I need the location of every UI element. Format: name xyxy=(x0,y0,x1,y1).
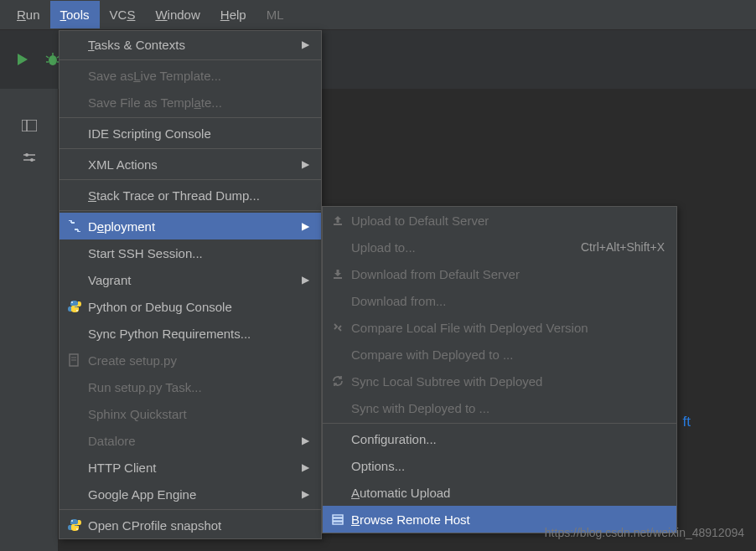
upload-to-item[interactable]: Upload to...Ctrl+Alt+Shift+X xyxy=(323,234,676,260)
run-icon[interactable] xyxy=(17,53,28,66)
save-live-template-item[interactable]: Save as Live Template... xyxy=(60,62,321,89)
sync-local-item[interactable]: Sync Local Subtree with Deployed xyxy=(323,368,676,394)
menu-vcs[interactable]: VCS xyxy=(100,1,146,28)
ssh-session-item[interactable]: Start SSH Session... xyxy=(60,239,321,266)
setup-py-icon xyxy=(66,353,83,367)
upload-icon xyxy=(329,214,346,226)
separator xyxy=(60,509,321,510)
python-icon xyxy=(66,518,83,532)
upload-default-item[interactable]: Upload to Default Server xyxy=(323,207,676,234)
svg-point-11 xyxy=(30,158,34,162)
configuration-item[interactable]: Configuration... xyxy=(323,425,676,452)
xml-actions-item[interactable]: XML Actions▶ xyxy=(60,151,321,178)
http-client-item[interactable]: HTTP Client▶ xyxy=(60,454,321,481)
sync-python-req-item[interactable]: Sync Python Requirements... xyxy=(60,320,321,347)
separator xyxy=(60,117,321,118)
svg-point-18 xyxy=(76,528,78,530)
datalore-item[interactable]: Datalore▶ xyxy=(60,427,321,454)
menu-tools[interactable]: Tools xyxy=(50,1,100,28)
options-item[interactable]: Options... xyxy=(323,452,676,479)
svg-point-10 xyxy=(25,153,28,157)
svg-line-2 xyxy=(46,56,49,58)
deployment-icon xyxy=(66,220,83,232)
google-app-engine-item[interactable]: Google App Engine▶ xyxy=(60,481,321,507)
sphinx-item[interactable]: Sphinx Quickstart xyxy=(60,400,321,427)
svg-rect-6 xyxy=(22,120,37,131)
background-link-fragment: ft xyxy=(683,414,691,430)
separator xyxy=(60,179,321,180)
svg-rect-20 xyxy=(334,277,342,279)
separator xyxy=(60,59,321,60)
vagrant-item[interactable]: Vagrant▶ xyxy=(60,266,321,293)
save-file-template-item[interactable]: Save File as Template... xyxy=(60,89,321,116)
chevron-right-icon: ▶ xyxy=(302,461,309,473)
deployment-item[interactable]: Deployment▶ xyxy=(60,213,321,239)
svg-point-17 xyxy=(71,520,73,522)
create-setup-item[interactable]: Create setup.py xyxy=(60,347,321,373)
svg-rect-19 xyxy=(334,224,342,225)
left-gutter xyxy=(0,89,59,551)
svg-rect-21 xyxy=(333,515,343,518)
watermark: https://blog.csdn.net/weixin_48912094 xyxy=(545,526,744,539)
svg-point-0 xyxy=(49,55,57,65)
menu-help[interactable]: Help xyxy=(210,1,256,28)
chevron-right-icon: ▶ xyxy=(302,39,309,50)
cprofile-item[interactable]: Open CProfile snapshot xyxy=(60,512,321,538)
chevron-right-icon: ▶ xyxy=(302,274,309,286)
server-icon xyxy=(329,513,346,525)
chevron-right-icon: ▶ xyxy=(302,158,309,170)
svg-point-13 xyxy=(76,310,78,312)
svg-rect-22 xyxy=(333,518,343,521)
download-icon xyxy=(329,268,346,280)
python-console-item[interactable]: Python or Debug Console xyxy=(60,293,321,320)
chevron-right-icon: ▶ xyxy=(302,488,309,500)
menu-ml[interactable]: ML xyxy=(256,1,294,28)
layout-icon[interactable] xyxy=(19,116,39,136)
sync-icon xyxy=(329,375,346,387)
menubar: Run Tools VCS Window Help ML xyxy=(0,0,756,30)
settings-icon[interactable] xyxy=(19,147,39,167)
compare-icon xyxy=(329,322,346,333)
stack-trace-item[interactable]: Stack Trace or Thread Dump... xyxy=(60,182,321,209)
menu-window[interactable]: Window xyxy=(145,1,210,28)
automatic-upload-item[interactable]: Automatic Upload xyxy=(323,479,676,506)
menu-run[interactable]: Run xyxy=(7,1,50,28)
compare-deployed-item[interactable]: Compare with Deployed to ... xyxy=(323,341,676,368)
compare-local-item[interactable]: Compare Local File with Deployed Version xyxy=(323,314,676,341)
separator xyxy=(60,148,321,149)
chevron-right-icon: ▶ xyxy=(302,220,309,232)
separator xyxy=(60,210,321,211)
download-default-item[interactable]: Download from Default Server xyxy=(323,260,676,287)
deployment-submenu: Upload to Default Server Upload to...Ctr… xyxy=(322,206,677,533)
python-icon xyxy=(66,300,83,313)
svg-rect-23 xyxy=(333,522,343,524)
ide-scripting-item[interactable]: IDE Scripting Console xyxy=(60,120,321,147)
download-from-item[interactable]: Download from... xyxy=(323,287,676,314)
shortcut-label: Ctrl+Alt+Shift+X xyxy=(581,240,665,254)
sync-deployed-item[interactable]: Sync with Deployed to ... xyxy=(323,394,676,421)
tools-dropdown: Tasks & Contexts▶ Save as Live Template.… xyxy=(59,30,322,539)
chevron-right-icon: ▶ xyxy=(302,435,309,446)
tasks-contexts-item[interactable]: Tasks & Contexts▶ xyxy=(60,31,321,58)
svg-point-12 xyxy=(71,301,73,303)
run-setup-item[interactable]: Run setup.py Task... xyxy=(60,373,321,400)
separator xyxy=(323,423,676,424)
